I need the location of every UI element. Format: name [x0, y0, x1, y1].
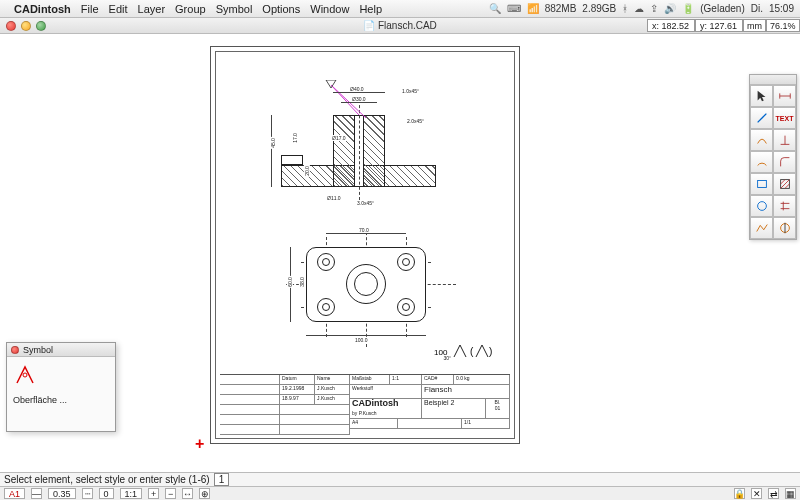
svg-point-8 — [757, 202, 766, 211]
dimline-d30 — [341, 102, 377, 103]
menu-window[interactable]: Window — [310, 3, 349, 15]
tool-perpendicular[interactable] — [773, 129, 796, 151]
snap-plus-icon[interactable]: + — [148, 488, 159, 499]
menu-group[interactable]: Group — [175, 3, 206, 15]
svg-text:): ) — [489, 346, 492, 357]
close-button[interactable] — [6, 21, 16, 31]
locale-icon[interactable]: ⌨︎ — [507, 3, 521, 14]
tool-tangent-arc[interactable] — [750, 129, 773, 151]
boss-right — [363, 115, 385, 187]
tool-palette[interactable]: TEXT — [749, 74, 797, 240]
bore-inner — [354, 272, 378, 296]
dim-w100: 100.0 — [354, 337, 369, 343]
menu-file[interactable]: File — [81, 3, 99, 15]
tool-pointer[interactable] — [750, 85, 773, 107]
dim-chamf3: 3.0x45° — [356, 200, 375, 206]
minimize-button[interactable] — [21, 21, 31, 31]
spotlight-icon[interactable]: 🔍 — [489, 3, 501, 14]
dim-chamf1: 1.0x45° — [401, 88, 420, 94]
coordinate-readout: x: 182.52 y: 127.61 mm 76.1% — [647, 19, 800, 32]
title-block: DatumName 19.2.1998J.Kusch 18.9.97J.Kusc… — [220, 374, 510, 434]
centerline-v — [359, 100, 360, 200]
symbol-palette-title: Symbol — [23, 345, 53, 355]
app-name[interactable]: CADintosh — [14, 3, 71, 15]
boss-left — [333, 115, 355, 187]
surface-finish-summary: 100 ( ) 30° — [434, 341, 494, 363]
command-input[interactable]: 1 — [214, 473, 230, 486]
snap-center-icon[interactable]: ⊕ — [199, 488, 210, 499]
symbol-item-surface[interactable]: Oberfläche ... — [13, 395, 109, 405]
linestyle-dash-icon[interactable]: ┄ — [82, 488, 93, 499]
svg-line-5 — [757, 114, 766, 123]
tool-fillet[interactable] — [773, 151, 796, 173]
menu-options[interactable]: Options — [262, 3, 300, 15]
tool-rectangle[interactable] — [750, 173, 773, 195]
scale-button[interactable]: 1:1 — [120, 488, 143, 499]
layer-indicator[interactable]: A1 — [4, 488, 25, 499]
zoom-button[interactable] — [36, 21, 46, 31]
tool-trim[interactable] — [773, 195, 796, 217]
clock-day: Di. — [751, 3, 763, 14]
dim-angle: 30° — [442, 355, 452, 361]
tool-polyline[interactable] — [750, 217, 773, 239]
status-link-icon[interactable]: ⇄ — [768, 488, 779, 499]
snap-minus-icon[interactable]: − — [165, 488, 176, 499]
menu-edit[interactable]: Edit — [109, 3, 128, 15]
tool-hatch[interactable] — [773, 173, 796, 195]
tool-mirror[interactable] — [773, 217, 796, 239]
memory-2: 2.89GB — [582, 3, 616, 14]
volume-icon[interactable]: 🔊 — [664, 3, 676, 14]
menu-help[interactable]: Help — [359, 3, 382, 15]
battery-status: (Geladen) — [700, 3, 744, 14]
document-title: 📄 Flansch.CAD — [363, 20, 437, 31]
drawing-sheet: Ø40.0 Ø30.0 1.0x45° 2.0x45° 45.0 17.0 20… — [210, 46, 520, 444]
tool-palette-header[interactable] — [750, 75, 796, 85]
tool-line[interactable] — [750, 107, 773, 129]
dim-h17: 17.0 — [292, 132, 298, 144]
drawing-canvas[interactable]: Ø40.0 Ø30.0 1.0x45° 2.0x45° 45.0 17.0 20… — [0, 34, 800, 472]
snap-ortho-icon[interactable]: ↔ — [182, 488, 193, 499]
dimline-w100 — [306, 335, 426, 336]
flange-lug-left — [281, 155, 303, 165]
status-lock-icon[interactable]: 🔒 — [734, 488, 745, 499]
dimline-d40 — [333, 92, 385, 93]
battery-icon[interactable]: 🔋 — [682, 3, 694, 14]
wifi-icon[interactable]: ⇪ — [650, 3, 658, 14]
zoom-display[interactable]: 76.1% — [766, 19, 800, 32]
svg-point-4 — [23, 373, 27, 377]
status-grid-icon[interactable]: ▦ — [785, 488, 796, 499]
symbol-palette[interactable]: Symbol Oberfläche ... — [6, 342, 116, 432]
example-label: Beispiel 2 — [422, 399, 486, 418]
dim-h60: 60.0 — [287, 276, 293, 288]
bolt-hole-tl — [317, 253, 335, 271]
dropbox-icon[interactable]: ☁︎ — [634, 3, 644, 14]
dim-d17: Ø17.0 — [331, 135, 347, 141]
linestyle-solid-icon[interactable]: — — [31, 488, 42, 499]
bluetooth-icon[interactable]: ᚼ — [622, 3, 628, 14]
menu-symbol[interactable]: Symbol — [216, 3, 253, 15]
dim-d11: Ø11.0 — [326, 195, 342, 201]
lineweight-a[interactable]: 0.35 — [48, 488, 76, 499]
mac-menubar: CADintosh File Edit Layer Group Symbol O… — [0, 0, 800, 18]
tool-text[interactable]: TEXT — [773, 107, 796, 129]
dim-h38: 38.0 — [299, 276, 305, 288]
tool-dimension[interactable] — [773, 85, 796, 107]
part-name: Flansch — [422, 385, 510, 398]
unit-display[interactable]: mm — [743, 19, 766, 32]
bolt-hole-br — [397, 298, 415, 316]
sheet-frame: Ø40.0 Ø30.0 1.0x45° 2.0x45° 45.0 17.0 20… — [215, 51, 515, 439]
bolt-hole-tr — [397, 253, 415, 271]
symbol-close-icon[interactable] — [11, 346, 19, 354]
menu-layer[interactable]: Layer — [138, 3, 166, 15]
surface-symbol-icon[interactable] — [13, 363, 37, 387]
lineweight-b[interactable]: 0 — [99, 488, 114, 499]
status-x-icon[interactable]: ✕ — [751, 488, 762, 499]
tool-circle[interactable] — [750, 195, 773, 217]
dimline-h45 — [271, 115, 272, 187]
command-prompt: Select element, select style or enter st… — [4, 474, 210, 485]
dim-d30: Ø30.0 — [351, 96, 367, 102]
svg-rect-6 — [757, 181, 766, 188]
tool-arc[interactable] — [750, 151, 773, 173]
symbol-palette-header[interactable]: Symbol — [7, 343, 115, 357]
origin-crosshair: + — [195, 439, 204, 449]
